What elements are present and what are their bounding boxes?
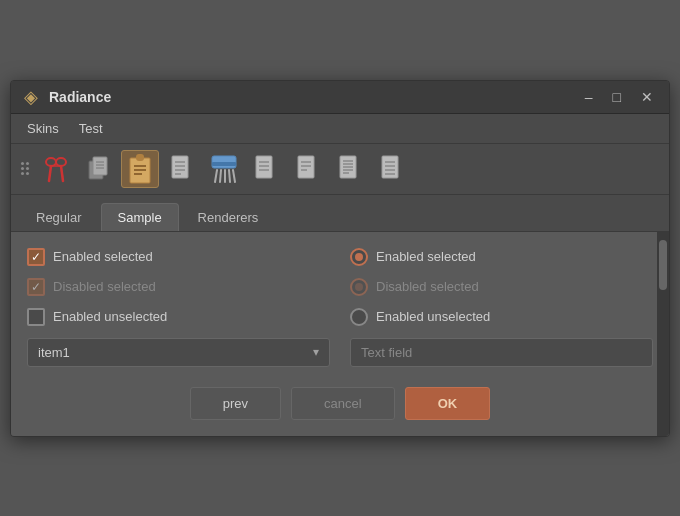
svg-rect-31 — [298, 156, 314, 178]
toolbar-doc2-button[interactable] — [247, 150, 285, 188]
tab-renderers[interactable]: Renderers — [181, 203, 276, 231]
toolbar-doc3-button[interactable] — [289, 150, 327, 188]
radio-enabled-unselected-input[interactable] — [350, 308, 368, 326]
clipboard-icon — [127, 153, 153, 185]
dropdown-item1[interactable]: item1 ▾ — [27, 338, 330, 367]
radio-enabled-unselected-label: Enabled unselected — [376, 309, 490, 324]
menu-test[interactable]: Test — [71, 118, 111, 139]
svg-rect-21 — [212, 162, 236, 166]
scissors-icon — [44, 155, 68, 183]
toolbar-doc5-button[interactable] — [373, 150, 411, 188]
checkbox-disabled-selected-label: Disabled selected — [53, 279, 156, 294]
checkbox-enabled-unselected: Enabled unselected — [27, 308, 330, 326]
titlebar: ◈ Radiance – □ ✕ — [11, 81, 669, 114]
tab-regular[interactable]: Regular — [19, 203, 99, 231]
radio-dot — [355, 253, 363, 261]
controls-row: item1 ▾ Text field — [27, 338, 653, 367]
checkbox-enabled-unselected-label: Enabled unselected — [53, 309, 167, 324]
scrollbar-thumb[interactable] — [659, 240, 667, 290]
toolbar-cut-button[interactable] — [37, 150, 75, 188]
svg-line-22 — [215, 170, 217, 182]
tab-bar: Regular Sample Renderers — [11, 195, 669, 232]
form-row-disabled-selected: ✓ Disabled selected Disabled selected — [27, 278, 653, 296]
menu-skins[interactable]: Skins — [19, 118, 67, 139]
close-button[interactable]: ✕ — [635, 87, 659, 107]
radio-enabled-unselected: Enabled unselected — [350, 308, 653, 326]
svg-line-26 — [233, 170, 235, 182]
toolbar-copy-button[interactable] — [79, 150, 117, 188]
doc4-icon — [338, 155, 362, 183]
svg-rect-27 — [256, 156, 272, 178]
dropdown-value: item1 — [38, 345, 313, 360]
radio-disabled-selected: Disabled selected — [350, 278, 653, 296]
doc1-icon — [170, 155, 194, 183]
svg-rect-11 — [136, 154, 144, 161]
minimize-button[interactable]: – — [579, 87, 599, 107]
svg-line-23 — [220, 170, 221, 182]
doc5-icon — [380, 155, 404, 183]
radio-enabled-selected: Enabled selected — [350, 248, 653, 266]
shredder-icon — [210, 154, 238, 184]
scrollbar[interactable] — [657, 232, 669, 436]
dialog-buttons: prev cancel OK — [27, 379, 653, 420]
radio-dot-disabled — [355, 283, 363, 291]
svg-line-3 — [61, 166, 63, 181]
maximize-button[interactable]: □ — [607, 87, 627, 107]
form-row-enabled-unselected: Enabled unselected Enabled unselected — [27, 308, 653, 326]
check-mark: ✓ — [31, 251, 41, 263]
tab-content: ✓ Enabled selected Enabled selected ✓ — [11, 232, 669, 436]
doc2-icon — [254, 155, 278, 183]
svg-line-25 — [229, 170, 230, 182]
svg-rect-6 — [93, 157, 107, 175]
cancel-button[interactable]: cancel — [291, 387, 395, 420]
main-window: ◈ Radiance – □ ✕ Skins Test — [10, 80, 670, 437]
copy-icon — [85, 155, 111, 183]
prev-button[interactable]: prev — [190, 387, 281, 420]
ok-button[interactable]: OK — [405, 387, 491, 420]
checkbox-enabled-unselected-input[interactable] — [27, 308, 45, 326]
checkbox-enabled-selected-input[interactable]: ✓ — [27, 248, 45, 266]
toolbar — [11, 144, 669, 195]
checkbox-disabled-selected-input: ✓ — [27, 278, 45, 296]
radio-disabled-selected-label: Disabled selected — [376, 279, 479, 294]
window-title: Radiance — [49, 89, 571, 105]
tab-sample[interactable]: Sample — [101, 203, 179, 231]
checkbox-disabled-selected: ✓ Disabled selected — [27, 278, 330, 296]
checkbox-enabled-selected: ✓ Enabled selected — [27, 248, 330, 266]
app-icon: ◈ — [21, 87, 41, 107]
checkbox-enabled-selected-label: Enabled selected — [53, 249, 153, 264]
radio-enabled-selected-label: Enabled selected — [376, 249, 476, 264]
menubar: Skins Test — [11, 114, 669, 144]
check-mark-disabled: ✓ — [31, 281, 41, 293]
doc3-icon — [296, 155, 320, 183]
toolbar-drag-handle — [21, 162, 29, 175]
content-area: ✓ Enabled selected Enabled selected ✓ — [11, 232, 669, 436]
svg-line-2 — [49, 166, 51, 181]
toolbar-doc1-button[interactable] — [163, 150, 201, 188]
toolbar-paste-button[interactable] — [121, 150, 159, 188]
text-field-input[interactable]: Text field — [350, 338, 653, 367]
dropdown-arrow-icon: ▾ — [313, 345, 319, 359]
form-row-enabled-selected: ✓ Enabled selected Enabled selected — [27, 248, 653, 266]
radio-enabled-selected-input[interactable] — [350, 248, 368, 266]
toolbar-shredder-button[interactable] — [205, 150, 243, 188]
toolbar-doc4-button[interactable] — [331, 150, 369, 188]
radio-disabled-selected-input — [350, 278, 368, 296]
